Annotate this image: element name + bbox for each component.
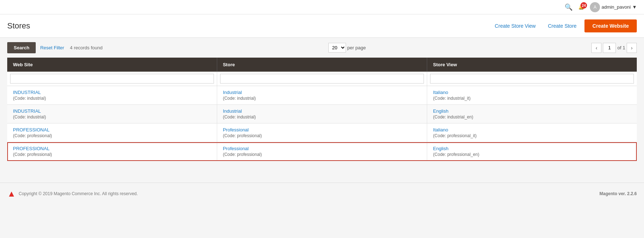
- filter-store-cell: [217, 72, 427, 86]
- notification-count: 24: [581, 2, 587, 9]
- avatar: A: [590, 2, 600, 12]
- website-link[interactable]: PROFESSIONAL: [13, 146, 49, 151]
- website-code: (Code: industrial): [13, 96, 211, 101]
- table-row: INDUSTRIAL(Code: industrial)Industrial(C…: [7, 86, 637, 105]
- create-store-view-button[interactable]: Create Store View: [490, 21, 540, 31]
- top-bar: 🔍 🔔 24 A admin_pavoni ▼: [0, 0, 644, 14]
- col-header-storeview: Store View: [427, 58, 637, 72]
- col-header-website: Web Site: [7, 58, 217, 72]
- col-header-store: Store: [217, 58, 427, 72]
- store-cell: Professional(Code: professional): [217, 124, 427, 142]
- copyright-text: Copyright © 2019 Magento Commerce Inc. A…: [19, 191, 138, 196]
- table-row: PROFESSIONAL(Code: professional)Professi…: [7, 124, 637, 142]
- toolbar: Search Reset Filter 4 records found 20 3…: [0, 38, 644, 58]
- total-pages: of 1: [617, 45, 625, 50]
- store-code: (Code: professional): [223, 133, 421, 138]
- header-actions: Create Store View Create Store Create We…: [490, 19, 637, 32]
- store-cell: Industrial(Code: industrial): [217, 86, 427, 105]
- store-link[interactable]: Industrial: [223, 90, 242, 95]
- table-row: PROFESSIONAL(Code: professional)Professi…: [7, 142, 637, 161]
- per-page-label: per page: [347, 45, 366, 50]
- website-code: (Code: professional): [13, 133, 211, 138]
- website-code: (Code: industrial): [13, 114, 211, 120]
- store-link[interactable]: Industrial: [223, 108, 242, 114]
- stores-table: Web Site Store Store View INDUSTRIAL(Cod…: [7, 58, 637, 161]
- website-code: (Code: professional): [13, 152, 211, 157]
- website-link[interactable]: INDUSTRIAL: [13, 108, 41, 114]
- next-page-button[interactable]: ›: [627, 43, 637, 53]
- per-page-dropdown[interactable]: 20 30 50: [328, 43, 346, 53]
- website-link[interactable]: INDUSTRIAL: [13, 90, 41, 95]
- page-header: Stores Create Store View Create Store Cr…: [0, 14, 644, 38]
- chevron-down-icon: ▼: [632, 4, 637, 10]
- magento-version: Magento ver. 2.2.6: [600, 191, 637, 196]
- filter-website-input[interactable]: [10, 74, 214, 84]
- storeview-code: (Code: professional_en): [433, 152, 631, 157]
- pagination: ‹ of 1 ›: [591, 43, 637, 53]
- records-count: 4 records found: [70, 45, 102, 50]
- page-title: Stores: [7, 21, 30, 31]
- storeview-link[interactable]: Italiano: [433, 127, 448, 133]
- store-code: (Code: industrial): [223, 114, 421, 120]
- store-link[interactable]: Professional: [223, 146, 249, 151]
- footer-copyright: ▲ Copyright © 2019 Magento Commerce Inc.…: [7, 189, 138, 199]
- create-website-button[interactable]: Create Website: [584, 19, 637, 32]
- storeview-code: (Code: industrial_it): [433, 96, 631, 101]
- search-button[interactable]: Search: [7, 42, 36, 53]
- filter-storeview-cell: [427, 72, 637, 86]
- table-header-row: Web Site Store Store View: [7, 58, 637, 72]
- storeview-code: (Code: industrial_en): [433, 114, 631, 120]
- website-link[interactable]: PROFESSIONAL: [13, 127, 49, 133]
- admin-user-menu[interactable]: A admin_pavoni ▼: [590, 2, 637, 12]
- storeview-link[interactable]: Italiano: [433, 90, 448, 95]
- website-cell: INDUSTRIAL(Code: industrial): [7, 86, 217, 105]
- store-cell: Industrial(Code: industrial): [217, 105, 427, 124]
- store-code: (Code: professional): [223, 152, 421, 157]
- storeview-cell: Italiano(Code: professional_it): [427, 124, 637, 142]
- prev-page-button[interactable]: ‹: [591, 43, 601, 53]
- storeview-code: (Code: professional_it): [433, 133, 631, 138]
- filter-store-input[interactable]: [220, 74, 424, 84]
- filter-storeview-input[interactable]: [430, 74, 634, 84]
- storeview-cell: English(Code: professional_en): [427, 142, 637, 161]
- storeview-cell: Italiano(Code: industrial_it): [427, 86, 637, 105]
- website-cell: INDUSTRIAL(Code: industrial): [7, 105, 217, 124]
- search-icon[interactable]: 🔍: [565, 3, 573, 11]
- storeview-link[interactable]: English: [433, 146, 448, 151]
- store-link[interactable]: Professional: [223, 127, 249, 133]
- filter-website-cell: [7, 72, 217, 86]
- store-code: (Code: industrial): [223, 96, 421, 101]
- current-page-input[interactable]: [603, 43, 616, 53]
- store-cell: Professional(Code: professional): [217, 142, 427, 161]
- per-page-selector: 20 30 50 per page: [328, 43, 366, 53]
- notification-bell[interactable]: 🔔 24: [578, 4, 584, 10]
- website-cell: PROFESSIONAL(Code: professional): [7, 142, 217, 161]
- table-row: INDUSTRIAL(Code: industrial)Industrial(C…: [7, 105, 637, 124]
- reset-filter-button[interactable]: Reset Filter: [40, 45, 64, 50]
- admin-name: admin_pavoni: [601, 4, 631, 10]
- create-store-button[interactable]: Create Store: [544, 21, 581, 31]
- website-cell: PROFESSIONAL(Code: professional): [7, 124, 217, 142]
- table-container: Web Site Store Store View INDUSTRIAL(Cod…: [0, 58, 644, 168]
- footer: ▲ Copyright © 2019 Magento Commerce Inc.…: [0, 183, 644, 205]
- storeview-cell: English(Code: industrial_en): [427, 105, 637, 124]
- filter-row: [7, 72, 637, 86]
- magento-logo: ▲: [7, 189, 16, 199]
- storeview-link[interactable]: English: [433, 108, 448, 114]
